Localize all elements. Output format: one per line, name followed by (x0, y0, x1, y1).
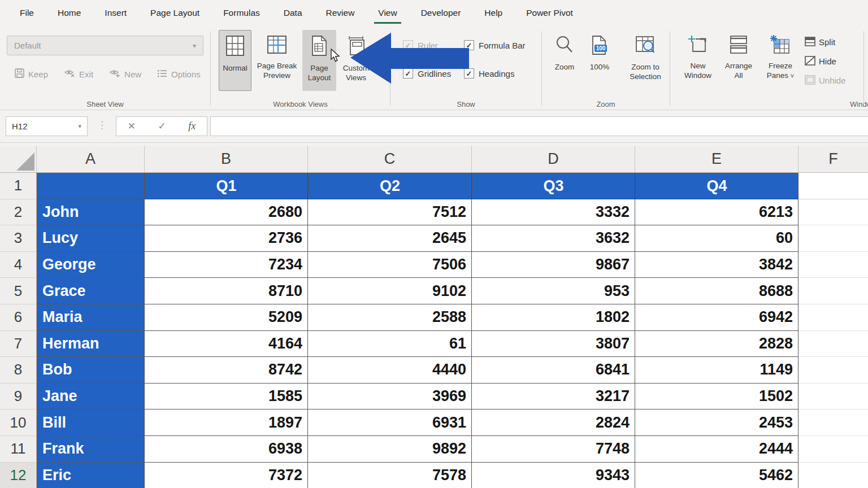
value-cell[interactable]: 2680 (145, 199, 308, 226)
value-cell[interactable]: 7512 (308, 199, 472, 226)
value-cell[interactable]: 7506 (308, 252, 472, 278)
tab-view[interactable]: View (366, 0, 409, 25)
value-cell[interactable]: 3807 (472, 331, 635, 358)
tab-help[interactable]: Help (472, 0, 514, 25)
empty-cell[interactable] (798, 409, 868, 436)
freeze-panes-button[interactable]: Freeze Panes ˅ (761, 30, 800, 91)
name-cell[interactable]: Bill (37, 409, 145, 436)
value-cell[interactable]: 1585 (145, 384, 308, 410)
sheet-view-dropdown[interactable]: Default ▾ (7, 36, 203, 55)
hide-button[interactable]: Hide (805, 54, 846, 69)
value-cell[interactable]: 4440 (308, 357, 472, 384)
tab-insert[interactable]: Insert (93, 0, 138, 25)
normal-view-button[interactable]: Normal (219, 30, 251, 91)
value-cell[interactable]: 6213 (635, 199, 798, 226)
row-header[interactable]: 6 (0, 304, 37, 331)
empty-cell[interactable] (798, 252, 868, 278)
name-cell[interactable]: Herman (37, 331, 145, 358)
column-header-c[interactable]: C (308, 146, 472, 173)
value-cell[interactable]: 3217 (472, 384, 635, 410)
value-cell[interactable]: 1502 (635, 384, 798, 410)
tab-home[interactable]: Home (46, 0, 93, 25)
row-header[interactable]: 3 (0, 225, 37, 252)
page-layout-button[interactable]: Page Layout (302, 30, 336, 91)
name-cell[interactable]: George (37, 252, 145, 278)
name-cell[interactable]: John (37, 199, 145, 226)
value-cell[interactable]: 953 (472, 278, 635, 304)
split-button[interactable]: Split (805, 34, 846, 50)
cancel-icon[interactable]: ✕ (128, 120, 136, 132)
row-header[interactable]: 4 (0, 252, 37, 278)
arrange-all-button[interactable]: Arrange All (720, 30, 757, 91)
keep-sheet-view-button[interactable]: Keep (15, 68, 48, 80)
value-cell[interactable]: 7234 (145, 252, 308, 278)
name-cell[interactable]: Bob (37, 357, 145, 384)
value-cell[interactable]: 3332 (472, 199, 635, 226)
empty-cell[interactable] (798, 173, 868, 199)
value-cell[interactable]: 3969 (308, 384, 472, 410)
value-cell[interactable]: 7578 (308, 463, 472, 488)
value-cell[interactable]: 5209 (145, 304, 308, 331)
formula-bar-dots-handle[interactable]: ⋮ (97, 119, 107, 131)
name-cell[interactable]: Grace (37, 278, 145, 304)
empty-cell[interactable] (798, 199, 868, 226)
page-break-preview-button[interactable]: Page Break Preview (253, 30, 301, 91)
tab-file[interactable]: File (8, 0, 46, 25)
tab-page-layout[interactable]: Page Layout (138, 0, 211, 25)
exit-sheet-view-button[interactable]: Exit (64, 68, 93, 80)
formula-bar-checkbox[interactable]: ✓ Formula Bar (464, 40, 526, 50)
empty-cell[interactable] (798, 225, 868, 252)
zoom-100-button[interactable]: 100 100% (584, 30, 615, 91)
row-header[interactable]: 7 (0, 331, 37, 358)
tab-review[interactable]: Review (314, 0, 367, 25)
value-cell[interactable]: 8710 (145, 278, 308, 304)
headings-checkbox[interactable]: ✓ Headings (464, 68, 514, 79)
value-cell[interactable]: 9867 (472, 252, 635, 278)
value-cell[interactable]: 2444 (635, 436, 798, 463)
column-header-d[interactable]: D (472, 146, 635, 173)
column-header-e[interactable]: E (635, 146, 798, 173)
empty-cell[interactable] (798, 278, 868, 304)
value-cell[interactable]: 6942 (635, 304, 798, 331)
value-cell[interactable]: 1897 (145, 409, 308, 436)
value-cell[interactable]: 9892 (308, 436, 472, 463)
formula-input[interactable] (210, 116, 868, 136)
q4-header-cell[interactable]: Q4 (635, 173, 798, 199)
empty-cell[interactable] (798, 357, 868, 384)
name-cell[interactable]: Frank (37, 436, 145, 463)
enter-check-icon[interactable]: ✓ (158, 120, 166, 132)
value-cell[interactable]: 6841 (472, 357, 635, 384)
row-header[interactable]: 8 (0, 357, 37, 384)
value-cell[interactable]: 61 (308, 331, 472, 358)
column-header-f[interactable]: F (798, 146, 868, 173)
tab-formulas[interactable]: Formulas (211, 0, 272, 25)
empty-cell[interactable] (798, 331, 868, 358)
value-cell[interactable]: 7748 (472, 436, 635, 463)
value-cell[interactable]: 5462 (635, 463, 798, 488)
row-header[interactable]: 5 (0, 278, 37, 304)
value-cell[interactable]: 4164 (145, 331, 308, 358)
new-sheet-view-button[interactable]: New (109, 68, 141, 80)
value-cell[interactable]: 9343 (472, 463, 635, 488)
row-header[interactable]: 1 (0, 173, 37, 199)
value-cell[interactable]: 3842 (635, 252, 798, 278)
value-cell[interactable]: 8742 (145, 357, 308, 384)
ruler-checkbox[interactable]: ✓ Ruler (403, 40, 438, 50)
name-box[interactable]: H12 ▾ (6, 116, 88, 136)
q1-header-cell[interactable]: Q1 (145, 173, 308, 199)
value-cell[interactable]: 2453 (635, 409, 798, 436)
tab-developer[interactable]: Developer (409, 0, 473, 25)
zoom-button[interactable]: Zoom (549, 30, 580, 91)
tab-power-pivot[interactable]: Power Pivot (514, 0, 585, 25)
gridlines-checkbox[interactable]: ✓ Gridlines (403, 68, 451, 79)
empty-cell[interactable] (798, 304, 868, 331)
row-header[interactable]: 11 (0, 436, 37, 463)
row-header[interactable]: 12 (0, 463, 37, 488)
name-cell[interactable]: Jane (37, 384, 145, 410)
value-cell[interactable]: 60 (635, 225, 798, 252)
empty-cell[interactable] (798, 384, 868, 410)
q3-header-cell[interactable]: Q3 (472, 173, 635, 199)
tab-data[interactable]: Data (272, 0, 314, 25)
value-cell[interactable]: 1149 (635, 357, 798, 384)
name-cell[interactable]: Maria (37, 304, 145, 331)
